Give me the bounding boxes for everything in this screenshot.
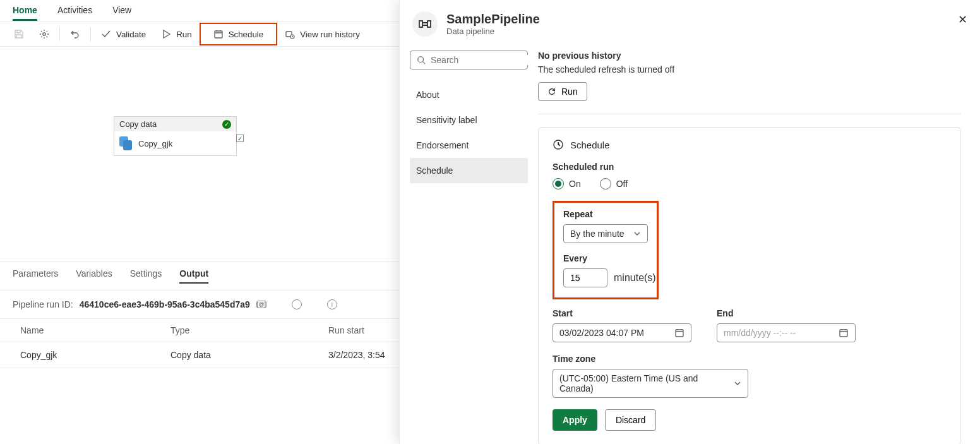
panel-sidebar: About Sensitivity label Endorsement Sche… xyxy=(400,43,535,444)
undo-button[interactable] xyxy=(63,24,88,44)
activity-body: Copy_gjk xyxy=(114,131,236,155)
end-label: End xyxy=(717,308,856,318)
toolbar-separator xyxy=(59,27,60,41)
panel-header: SamplePipeline Data pipeline ✕ xyxy=(400,0,980,43)
calendar-icon xyxy=(213,29,224,39)
tab-parameters[interactable]: Parameters xyxy=(13,268,58,284)
validate-label: Validate xyxy=(116,30,146,39)
radio-off-icon xyxy=(600,178,611,189)
start-input[interactable]: 03/02/2023 04:07 PM xyxy=(553,323,691,342)
gear-icon xyxy=(39,29,49,39)
repeat-select[interactable]: By the minute xyxy=(563,224,648,243)
end-input[interactable]: mm/dd/yyyy --:-- -- xyxy=(717,323,856,342)
scheduled-run-label: Scheduled run xyxy=(553,162,947,172)
refresh-icon xyxy=(547,87,556,96)
radio-on[interactable]: On xyxy=(553,178,581,189)
panel-main: No previous history The scheduled refres… xyxy=(535,43,980,444)
start-value: 03/02/2023 04:07 PM xyxy=(559,328,644,338)
close-icon: ✕ xyxy=(958,13,967,26)
copy-id-icon[interactable]: [@] xyxy=(256,301,266,308)
run-label: Run xyxy=(176,30,191,39)
radio-on-icon xyxy=(553,178,564,189)
schedule-card: Schedule Scheduled run On Off Repeat xyxy=(538,127,961,444)
every-label: Every xyxy=(563,253,648,263)
cell-type: Copy data xyxy=(170,350,328,360)
date-row: Start 03/02/2023 04:07 PM End mm/dd/yyyy… xyxy=(553,308,947,342)
schedule-card-title: Schedule xyxy=(570,140,610,150)
apply-button[interactable]: Apply xyxy=(553,409,597,431)
nav-endorsement[interactable]: Endorsement xyxy=(410,133,528,158)
tab-activities[interactable]: Activities xyxy=(57,5,92,21)
repeat-label: Repeat xyxy=(563,209,648,219)
play-icon xyxy=(161,29,171,39)
view-run-history-button[interactable]: View run history xyxy=(277,24,368,44)
schedule-panel: SamplePipeline Data pipeline ✕ About Sen… xyxy=(399,0,980,444)
schedule-card-title-row: Schedule xyxy=(553,139,947,150)
view-history-label: View run history xyxy=(300,30,360,39)
save-button[interactable] xyxy=(6,24,32,44)
activity-header: Copy data ✓ xyxy=(114,117,236,131)
run-button[interactable]: Run xyxy=(153,24,199,44)
radio-off[interactable]: Off xyxy=(600,178,628,189)
chevron-down-icon xyxy=(633,230,641,237)
panel-title: SamplePipeline xyxy=(446,12,540,27)
pipeline-icon xyxy=(412,11,438,37)
validate-button[interactable]: Validate xyxy=(93,24,153,44)
close-button[interactable]: ✕ xyxy=(958,13,967,27)
panel-run-button[interactable]: Run xyxy=(538,82,587,101)
settings-button[interactable] xyxy=(32,24,57,44)
panel-subtitle: Data pipeline xyxy=(446,27,540,36)
status-success-icon: ✓ xyxy=(222,120,231,129)
svg-rect-1 xyxy=(215,31,222,38)
search-input[interactable] xyxy=(431,55,541,65)
svg-rect-5 xyxy=(427,21,431,27)
nav-about[interactable]: About xyxy=(410,82,528,107)
timezone-select[interactable]: (UTC-05:00) Eastern Time (US and Canada) xyxy=(553,369,748,398)
every-unit: minute(s) xyxy=(614,272,656,284)
check-icon xyxy=(101,29,111,39)
tab-variables[interactable]: Variables xyxy=(76,268,112,284)
copy-data-icon xyxy=(119,136,132,150)
search-icon xyxy=(417,56,426,64)
repeat-value: By the minute xyxy=(570,229,624,239)
button-row: Apply Discard xyxy=(553,409,947,431)
scheduled-run-radios: On Off xyxy=(553,178,947,189)
search-input-wrap[interactable] xyxy=(410,51,528,69)
history-title: No previous history xyxy=(538,51,961,61)
clock-icon xyxy=(553,139,564,150)
tab-view[interactable]: View xyxy=(112,5,131,21)
col-type: Type xyxy=(170,325,328,335)
panel-nav: About Sensitivity label Endorsement Sche… xyxy=(410,82,528,183)
schedule-highlight: Schedule xyxy=(200,23,278,45)
radio-off-label: Off xyxy=(616,179,628,189)
schedule-button[interactable]: Schedule xyxy=(206,24,272,44)
end-placeholder: mm/dd/yyyy --:-- -- xyxy=(724,328,796,338)
chevron-down-icon xyxy=(734,380,741,387)
nav-schedule[interactable]: Schedule xyxy=(410,158,528,183)
every-input[interactable] xyxy=(563,268,607,287)
info-icon[interactable]: i xyxy=(327,299,337,309)
tab-home[interactable]: Home xyxy=(13,5,37,21)
cell-name: Copy_gjk xyxy=(13,350,170,360)
tab-settings[interactable]: Settings xyxy=(130,268,162,284)
timezone-value: (UTC-05:00) Eastern Time (US and Canada) xyxy=(559,373,734,393)
svg-rect-4 xyxy=(419,21,422,27)
timezone-label: Time zone xyxy=(553,354,947,364)
history-subtitle: The scheduled refresh is turned off xyxy=(538,64,961,75)
svg-point-6 xyxy=(418,57,424,63)
refresh-icon[interactable] xyxy=(292,299,302,309)
schedule-label: Schedule xyxy=(229,30,264,39)
divider xyxy=(538,114,961,114)
nav-sensitivity[interactable]: Sensitivity label xyxy=(410,107,528,133)
toolbar-separator xyxy=(90,27,91,41)
connector-checkbox[interactable]: ✓ xyxy=(236,135,244,142)
history-icon xyxy=(285,29,295,39)
discard-button[interactable]: Discard xyxy=(605,409,656,431)
repeat-highlight: Repeat By the minute Every minute(s) xyxy=(553,201,659,299)
tab-output[interactable]: Output xyxy=(179,268,208,284)
activity-name: Copy_gjk xyxy=(138,139,172,148)
undo-icon xyxy=(70,29,80,39)
calendar-icon xyxy=(674,328,684,338)
activity-card[interactable]: Copy data ✓ Copy_gjk ✓ xyxy=(114,116,237,156)
run-id-label: Pipeline run ID: xyxy=(13,299,73,309)
